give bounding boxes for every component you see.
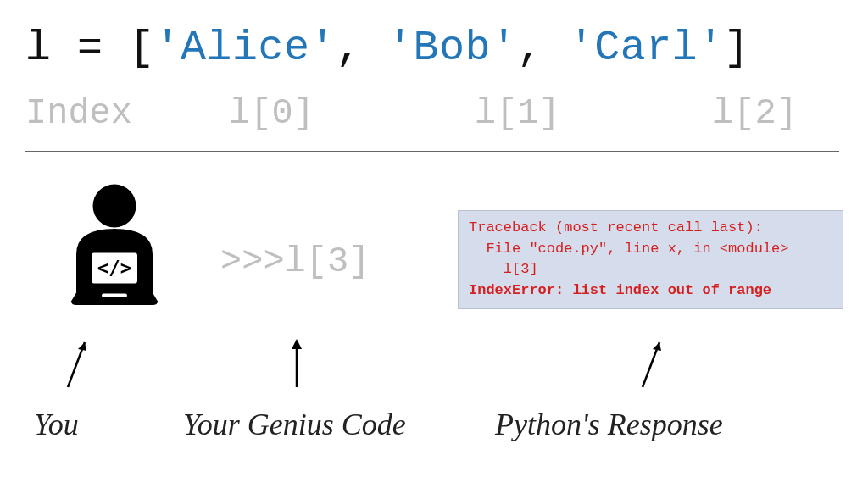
svg-text:</>: </> [97, 257, 132, 279]
caption-you: You [34, 407, 79, 442]
repl-input-code: >>>l[3] [220, 241, 370, 282]
svg-rect-4 [102, 294, 127, 298]
code-comma-2: , [517, 24, 569, 72]
index-2: l[2] [712, 93, 798, 134]
svg-marker-8 [292, 339, 302, 349]
traceback-line-3: l[3] [469, 261, 538, 277]
code-close-bracket: ] [724, 24, 750, 72]
code-eq: = [52, 24, 130, 72]
traceback-box: Traceback (most recent call last): File … [458, 210, 843, 309]
index-label: Index [25, 93, 132, 134]
arrow-response-icon [634, 332, 668, 391]
index-1: l[1] [475, 93, 560, 134]
traceback-line-2: File "code.py", line x, in <module> [469, 241, 788, 257]
horizontal-divider [25, 151, 839, 152]
arrow-genius-icon [280, 332, 314, 391]
code-string-bob: 'Bob' [387, 24, 517, 72]
code-open-bracket: [ [129, 24, 155, 72]
code-string-alice: 'Alice' [155, 24, 337, 72]
coder-icon: </> [51, 178, 178, 313]
traceback-line-1: Traceback (most recent call last): [469, 219, 763, 236]
caption-genius-code: Your Genius Code [183, 407, 406, 442]
code-var: l [25, 24, 52, 72]
code-string-carl: 'Carl' [569, 24, 724, 72]
arrow-you-icon [59, 332, 93, 391]
svg-point-0 [93, 185, 136, 228]
index-0: l[0] [229, 93, 314, 134]
list-definition-code: l = ['Alice', 'Bob', 'Carl'] [25, 24, 749, 72]
code-comma-1: , [336, 24, 387, 72]
traceback-error-line: IndexError: list index out of range [469, 282, 771, 298]
caption-pythons-response: Python's Response [495, 407, 723, 442]
